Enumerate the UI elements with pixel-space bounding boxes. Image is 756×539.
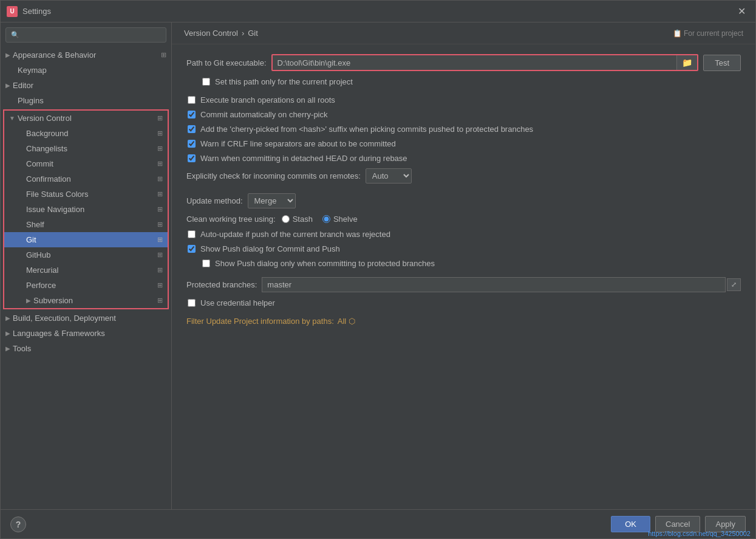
expand-protected-button[interactable]: ⤢: [727, 278, 741, 291]
breadcrumb: Version Control › Git 📋 For current proj…: [172, 22, 755, 44]
shelve-option[interactable]: Shelve: [322, 215, 358, 224]
clean-tree-label: Clean working tree using:: [186, 215, 276, 224]
sidebar-item-commit[interactable]: Commit ⊞: [4, 156, 168, 171]
search-input[interactable]: [22, 30, 161, 39]
warn-crlf-checkbox[interactable]: [188, 140, 196, 148]
warn-detached-checkbox[interactable]: [188, 154, 196, 162]
sidebar-item-github[interactable]: GitHub ⊞: [4, 247, 168, 263]
sidebar-item-plugins[interactable]: Plugins: [1, 93, 171, 108]
sidebar-item-label: Issue Navigation: [26, 205, 84, 214]
warn-detached-label: Warn when committing in detached HEAD or…: [200, 154, 407, 163]
watermark: https://blog.csdn.net/qq_34250002: [648, 530, 751, 537]
git-path-label: Path to Git executable:: [186, 58, 267, 67]
page-icon: ⊞: [157, 145, 163, 153]
shelve-label: Shelve: [333, 215, 358, 224]
page-icon: ⊞: [157, 281, 163, 289]
execute-branch-row: Execute branch operations on all roots: [186, 95, 741, 105]
page-icon: ⊞: [157, 251, 163, 259]
incoming-label: Explicitly check for incoming commits on…: [186, 171, 361, 180]
set-path-row: Set this path only for the current proje…: [186, 77, 741, 86]
incoming-select[interactable]: Auto Always Never: [366, 168, 412, 184]
auto-update-checkbox[interactable]: [188, 230, 196, 238]
sidebar-item-mercurial[interactable]: Mercurial ⊞: [4, 263, 168, 278]
sidebar-item-shelf[interactable]: Shelf ⊞: [4, 217, 168, 232]
protected-input[interactable]: [262, 277, 726, 292]
show-push-label: Show Push dialog for Commit and Push: [200, 244, 340, 253]
sidebar-item-label: Subversion: [33, 296, 73, 305]
sidebar-item-background[interactable]: Background ⊞: [4, 126, 168, 141]
help-button[interactable]: ?: [10, 517, 26, 532]
sidebar-item-label: Appearance & Behavior: [13, 50, 96, 60]
sidebar-item-subversion[interactable]: ▶ Subversion ⊞: [4, 293, 168, 308]
page-icon: ⊞: [157, 175, 163, 183]
add-suffix-checkbox[interactable]: [188, 125, 196, 133]
sidebar-item-label: GitHub: [26, 250, 50, 259]
dialog-title: Settings: [22, 7, 734, 16]
sidebar-item-label: Version Control: [18, 114, 72, 123]
show-push-checkbox[interactable]: [188, 245, 196, 253]
sidebar-item-label: Editor: [13, 81, 33, 90]
sidebar-item-build[interactable]: ▶ Build, Execution, Deployment: [1, 311, 171, 326]
warn-crlf-label: Warn if CRLF line separators are about t…: [200, 139, 396, 148]
app-icon: U: [7, 6, 18, 17]
git-path-input[interactable]: [273, 56, 677, 70]
page-icon: ⊞: [157, 205, 163, 213]
sidebar-item-git[interactable]: Git ⊞: [4, 232, 168, 247]
update-method-label: Update method:: [186, 196, 243, 205]
sidebar-item-label: Shelf: [26, 220, 44, 229]
browse-button[interactable]: 📁: [676, 55, 697, 70]
sidebar-item-issue-nav[interactable]: Issue Navigation ⊞: [4, 202, 168, 217]
page-icon: ⊞: [157, 236, 163, 244]
credential-checkbox[interactable]: [188, 299, 196, 307]
sidebar-item-editor[interactable]: ▶ Editor: [1, 78, 171, 93]
stash-option[interactable]: Stash: [282, 215, 313, 224]
commit-auto-checkbox[interactable]: [188, 111, 196, 118]
sidebar-item-label: Tools: [13, 344, 31, 353]
show-push-only-label: Show Push dialog only when committing to…: [215, 259, 435, 268]
incoming-row: Explicitly check for incoming commits on…: [186, 168, 741, 184]
main-content: Version Control › Git 📋 For current proj…: [172, 22, 755, 509]
add-suffix-row: Add the 'cherry-picked from <hash>' suff…: [186, 125, 741, 134]
set-path-checkbox[interactable]: [202, 78, 210, 86]
search-icon: 🔍: [11, 31, 19, 39]
test-button[interactable]: Test: [703, 55, 741, 71]
ok-button[interactable]: OK: [611, 516, 650, 532]
set-path-label: Set this path only for the current proje…: [215, 77, 353, 86]
search-box[interactable]: 🔍: [5, 27, 166, 43]
add-suffix-label: Add the 'cherry-picked from <hash>' suff…: [200, 125, 533, 134]
sidebar-item-label: File Status Colors: [26, 190, 89, 199]
sidebar-item-version-control[interactable]: ▼ Version Control ⊞: [4, 111, 168, 126]
update-method-row: Update method: Merge Rebase: [186, 193, 741, 208]
sidebar-item-file-status[interactable]: File Status Colors ⊞: [4, 187, 168, 202]
execute-branch-checkbox[interactable]: [188, 96, 196, 104]
sidebar-item-changelists[interactable]: Changelists ⊞: [4, 141, 168, 156]
protected-label: Protected branches:: [186, 280, 257, 289]
expand-icon-svn: ▶: [26, 297, 31, 304]
title-bar: U Settings ✕: [1, 1, 755, 22]
filter-value[interactable]: All ⬡: [338, 317, 355, 326]
commit-auto-row: Commit automatically on cherry-pick: [186, 110, 741, 119]
breadcrumb-path: Version Control: [184, 29, 238, 38]
settings-dialog: U Settings ✕ 🔍 ▶ Appearance & Behavior ⊞…: [0, 0, 756, 539]
sidebar-item-keymap[interactable]: Keymap: [1, 63, 171, 78]
page-icon: ⊞: [157, 160, 163, 168]
page-icon: ⊞: [161, 51, 166, 59]
sidebar-item-perforce[interactable]: Perforce ⊞: [4, 278, 168, 293]
execute-branch-label: Execute branch operations on all roots: [200, 95, 335, 105]
sidebar-item-languages[interactable]: ▶ Languages & Frameworks: [1, 326, 171, 341]
sidebar-item-tools[interactable]: ▶ Tools: [1, 341, 171, 356]
sidebar-item-confirmation[interactable]: Confirmation ⊞: [4, 171, 168, 187]
filter-label: Filter Update Project information by pat…: [186, 317, 334, 326]
clean-tree-row: Clean working tree using: Stash Shelve: [186, 215, 741, 224]
sidebar-item-appearance[interactable]: ▶ Appearance & Behavior ⊞: [1, 47, 171, 63]
expand-icon: ▶: [5, 82, 10, 89]
update-method-select[interactable]: Merge Rebase: [248, 193, 296, 208]
commit-auto-label: Commit automatically on cherry-pick: [200, 110, 328, 119]
breadcrumb-project: 📋 For current project: [673, 29, 743, 38]
close-button[interactable]: ✕: [734, 4, 749, 18]
expand-icon-vc: ▼: [9, 115, 15, 122]
warn-crlf-row: Warn if CRLF line separators are about t…: [186, 139, 741, 148]
sidebar-item-label: Background: [26, 129, 68, 138]
sidebar-item-label: Languages & Frameworks: [13, 329, 105, 338]
show-push-only-checkbox[interactable]: [202, 259, 210, 267]
